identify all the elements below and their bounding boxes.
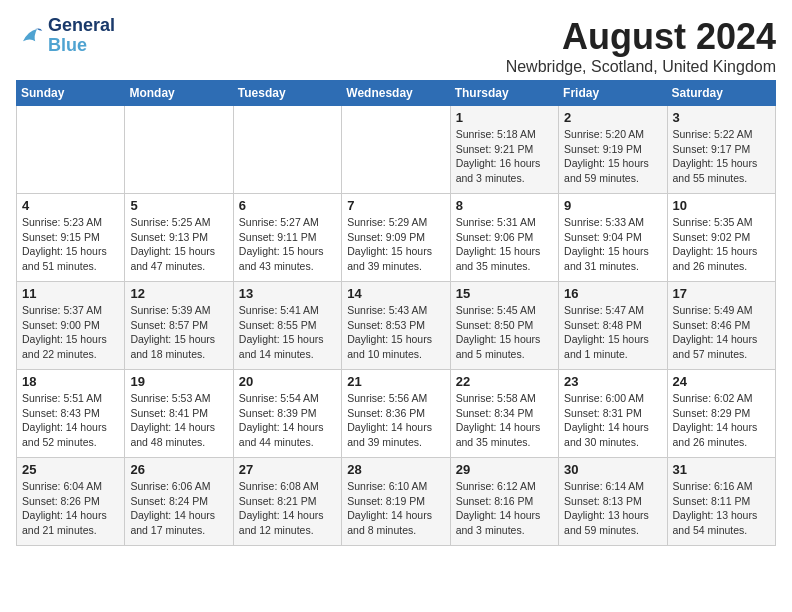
day-number: 17 xyxy=(673,286,770,301)
day-number: 20 xyxy=(239,374,336,389)
month-title: August 2024 xyxy=(506,16,776,58)
day-number: 12 xyxy=(130,286,227,301)
table-row: 1Sunrise: 5:18 AMSunset: 9:21 PMDaylight… xyxy=(450,106,558,194)
header-thursday: Thursday xyxy=(450,81,558,106)
day-number: 3 xyxy=(673,110,770,125)
day-info: Sunrise: 5:51 AMSunset: 8:43 PMDaylight:… xyxy=(22,391,119,450)
table-row: 3Sunrise: 5:22 AMSunset: 9:17 PMDaylight… xyxy=(667,106,775,194)
calendar-week-2: 4Sunrise: 5:23 AMSunset: 9:15 PMDaylight… xyxy=(17,194,776,282)
day-info: Sunrise: 6:04 AMSunset: 8:26 PMDaylight:… xyxy=(22,479,119,538)
table-row: 13Sunrise: 5:41 AMSunset: 8:55 PMDayligh… xyxy=(233,282,341,370)
day-info: Sunrise: 5:41 AMSunset: 8:55 PMDaylight:… xyxy=(239,303,336,362)
day-info: Sunrise: 5:20 AMSunset: 9:19 PMDaylight:… xyxy=(564,127,661,186)
day-info: Sunrise: 5:53 AMSunset: 8:41 PMDaylight:… xyxy=(130,391,227,450)
header-wednesday: Wednesday xyxy=(342,81,450,106)
table-row: 24Sunrise: 6:02 AMSunset: 8:29 PMDayligh… xyxy=(667,370,775,458)
table-row: 2Sunrise: 5:20 AMSunset: 9:19 PMDaylight… xyxy=(559,106,667,194)
day-number: 30 xyxy=(564,462,661,477)
day-info: Sunrise: 5:37 AMSunset: 9:00 PMDaylight:… xyxy=(22,303,119,362)
table-row xyxy=(233,106,341,194)
table-row: 14Sunrise: 5:43 AMSunset: 8:53 PMDayligh… xyxy=(342,282,450,370)
day-number: 5 xyxy=(130,198,227,213)
day-info: Sunrise: 5:47 AMSunset: 8:48 PMDaylight:… xyxy=(564,303,661,362)
day-info: Sunrise: 5:39 AMSunset: 8:57 PMDaylight:… xyxy=(130,303,227,362)
day-info: Sunrise: 5:23 AMSunset: 9:15 PMDaylight:… xyxy=(22,215,119,274)
table-row xyxy=(17,106,125,194)
header-saturday: Saturday xyxy=(667,81,775,106)
header-tuesday: Tuesday xyxy=(233,81,341,106)
table-row: 18Sunrise: 5:51 AMSunset: 8:43 PMDayligh… xyxy=(17,370,125,458)
day-info: Sunrise: 5:33 AMSunset: 9:04 PMDaylight:… xyxy=(564,215,661,274)
day-info: Sunrise: 6:06 AMSunset: 8:24 PMDaylight:… xyxy=(130,479,227,538)
day-info: Sunrise: 5:29 AMSunset: 9:09 PMDaylight:… xyxy=(347,215,444,274)
day-info: Sunrise: 5:35 AMSunset: 9:02 PMDaylight:… xyxy=(673,215,770,274)
day-number: 16 xyxy=(564,286,661,301)
day-number: 19 xyxy=(130,374,227,389)
location-title: Newbridge, Scotland, United Kingdom xyxy=(506,58,776,76)
calendar-header-row: Sunday Monday Tuesday Wednesday Thursday… xyxy=(17,81,776,106)
day-number: 8 xyxy=(456,198,553,213)
day-number: 24 xyxy=(673,374,770,389)
table-row: 10Sunrise: 5:35 AMSunset: 9:02 PMDayligh… xyxy=(667,194,775,282)
day-info: Sunrise: 5:45 AMSunset: 8:50 PMDaylight:… xyxy=(456,303,553,362)
day-number: 21 xyxy=(347,374,444,389)
day-info: Sunrise: 5:54 AMSunset: 8:39 PMDaylight:… xyxy=(239,391,336,450)
day-info: Sunrise: 5:27 AMSunset: 9:11 PMDaylight:… xyxy=(239,215,336,274)
calendar-week-3: 11Sunrise: 5:37 AMSunset: 9:00 PMDayligh… xyxy=(17,282,776,370)
calendar-week-1: 1Sunrise: 5:18 AMSunset: 9:21 PMDaylight… xyxy=(17,106,776,194)
day-number: 31 xyxy=(673,462,770,477)
day-info: Sunrise: 5:43 AMSunset: 8:53 PMDaylight:… xyxy=(347,303,444,362)
day-info: Sunrise: 6:00 AMSunset: 8:31 PMDaylight:… xyxy=(564,391,661,450)
day-number: 13 xyxy=(239,286,336,301)
table-row: 4Sunrise: 5:23 AMSunset: 9:15 PMDaylight… xyxy=(17,194,125,282)
day-info: Sunrise: 6:12 AMSunset: 8:16 PMDaylight:… xyxy=(456,479,553,538)
day-number: 1 xyxy=(456,110,553,125)
day-number: 15 xyxy=(456,286,553,301)
day-info: Sunrise: 5:31 AMSunset: 9:06 PMDaylight:… xyxy=(456,215,553,274)
table-row: 8Sunrise: 5:31 AMSunset: 9:06 PMDaylight… xyxy=(450,194,558,282)
day-number: 28 xyxy=(347,462,444,477)
day-number: 14 xyxy=(347,286,444,301)
table-row: 12Sunrise: 5:39 AMSunset: 8:57 PMDayligh… xyxy=(125,282,233,370)
table-row: 11Sunrise: 5:37 AMSunset: 9:00 PMDayligh… xyxy=(17,282,125,370)
title-block: August 2024 Newbridge, Scotland, United … xyxy=(506,16,776,76)
table-row: 26Sunrise: 6:06 AMSunset: 8:24 PMDayligh… xyxy=(125,458,233,546)
table-row: 30Sunrise: 6:14 AMSunset: 8:13 PMDayligh… xyxy=(559,458,667,546)
day-info: Sunrise: 5:25 AMSunset: 9:13 PMDaylight:… xyxy=(130,215,227,274)
day-info: Sunrise: 6:16 AMSunset: 8:11 PMDaylight:… xyxy=(673,479,770,538)
table-row: 31Sunrise: 6:16 AMSunset: 8:11 PMDayligh… xyxy=(667,458,775,546)
day-info: Sunrise: 5:22 AMSunset: 9:17 PMDaylight:… xyxy=(673,127,770,186)
day-info: Sunrise: 6:08 AMSunset: 8:21 PMDaylight:… xyxy=(239,479,336,538)
table-row: 5Sunrise: 5:25 AMSunset: 9:13 PMDaylight… xyxy=(125,194,233,282)
logo: General Blue xyxy=(16,16,115,56)
day-number: 27 xyxy=(239,462,336,477)
table-row: 7Sunrise: 5:29 AMSunset: 9:09 PMDaylight… xyxy=(342,194,450,282)
day-number: 11 xyxy=(22,286,119,301)
table-row: 22Sunrise: 5:58 AMSunset: 8:34 PMDayligh… xyxy=(450,370,558,458)
day-number: 7 xyxy=(347,198,444,213)
logo-icon xyxy=(16,22,44,50)
table-row: 20Sunrise: 5:54 AMSunset: 8:39 PMDayligh… xyxy=(233,370,341,458)
table-row xyxy=(125,106,233,194)
day-info: Sunrise: 5:58 AMSunset: 8:34 PMDaylight:… xyxy=(456,391,553,450)
table-row: 19Sunrise: 5:53 AMSunset: 8:41 PMDayligh… xyxy=(125,370,233,458)
table-row: 17Sunrise: 5:49 AMSunset: 8:46 PMDayligh… xyxy=(667,282,775,370)
day-number: 10 xyxy=(673,198,770,213)
day-number: 22 xyxy=(456,374,553,389)
day-number: 2 xyxy=(564,110,661,125)
day-number: 26 xyxy=(130,462,227,477)
table-row: 15Sunrise: 5:45 AMSunset: 8:50 PMDayligh… xyxy=(450,282,558,370)
day-number: 4 xyxy=(22,198,119,213)
day-info: Sunrise: 6:14 AMSunset: 8:13 PMDaylight:… xyxy=(564,479,661,538)
day-number: 25 xyxy=(22,462,119,477)
day-info: Sunrise: 5:18 AMSunset: 9:21 PMDaylight:… xyxy=(456,127,553,186)
table-row: 23Sunrise: 6:00 AMSunset: 8:31 PMDayligh… xyxy=(559,370,667,458)
page-header: General Blue August 2024 Newbridge, Scot… xyxy=(16,16,776,76)
header-monday: Monday xyxy=(125,81,233,106)
table-row: 25Sunrise: 6:04 AMSunset: 8:26 PMDayligh… xyxy=(17,458,125,546)
table-row xyxy=(342,106,450,194)
day-info: Sunrise: 5:49 AMSunset: 8:46 PMDaylight:… xyxy=(673,303,770,362)
table-row: 6Sunrise: 5:27 AMSunset: 9:11 PMDaylight… xyxy=(233,194,341,282)
day-info: Sunrise: 6:10 AMSunset: 8:19 PMDaylight:… xyxy=(347,479,444,538)
day-info: Sunrise: 5:56 AMSunset: 8:36 PMDaylight:… xyxy=(347,391,444,450)
